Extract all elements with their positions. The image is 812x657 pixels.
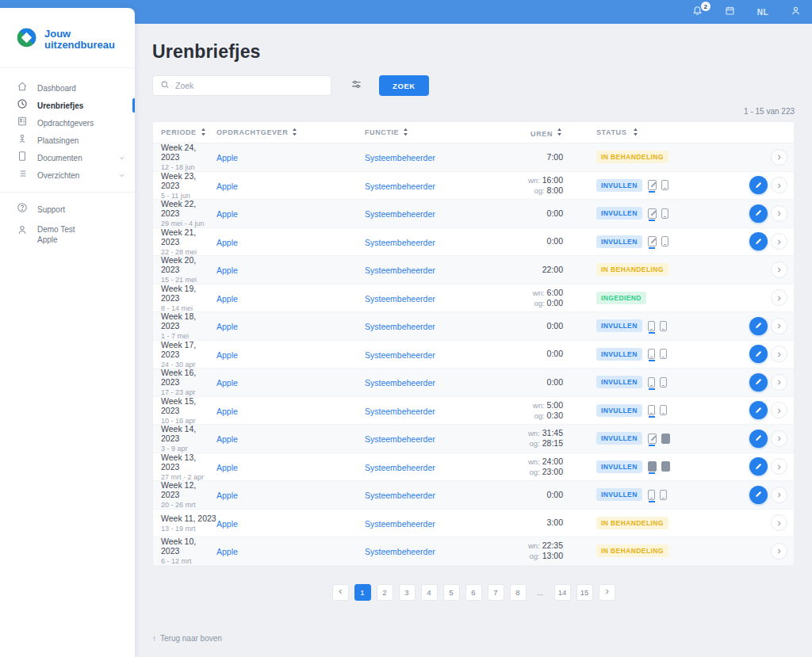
- function-link[interactable]: Systeembeheerder: [365, 463, 435, 472]
- open-row-button[interactable]: [771, 402, 787, 418]
- pagination-page-1[interactable]: 1: [354, 584, 371, 601]
- language-switcher[interactable]: NL: [757, 8, 768, 17]
- pagination-page-6[interactable]: 6: [465, 584, 482, 601]
- search-submit-button[interactable]: ZOEK: [379, 75, 429, 96]
- pagination-page-4[interactable]: 4: [421, 584, 438, 601]
- back-to-top-link[interactable]: ↑ Terug naar boven: [152, 634, 222, 643]
- account-button[interactable]: [791, 5, 801, 19]
- client-link[interactable]: Apple: [216, 153, 238, 162]
- calendar-button[interactable]: [725, 5, 735, 19]
- table-row[interactable]: Week 16, 202317 - 23 aprAppleSysteembehe…: [153, 369, 794, 397]
- sidebar-user[interactable]: Demo Test Apple: [0, 218, 135, 250]
- pagination-page-7[interactable]: 7: [488, 584, 504, 601]
- function-link[interactable]: Systeembeheerder: [365, 547, 435, 556]
- client-link[interactable]: Apple: [216, 350, 238, 360]
- edit-timesheet-button[interactable]: [749, 457, 768, 476]
- edit-timesheet-button[interactable]: [749, 317, 768, 335]
- client-link[interactable]: Apple: [216, 294, 238, 304]
- function-link[interactable]: Systeembeheerder: [365, 434, 435, 444]
- notifications-button[interactable]: 2: [692, 5, 703, 19]
- sidebar-item-overzichten[interactable]: Overzichten: [0, 166, 135, 184]
- search-input[interactable]: [175, 81, 324, 90]
- filter-button[interactable]: [346, 75, 366, 96]
- function-link[interactable]: Systeembeheerder: [365, 294, 435, 304]
- open-row-button[interactable]: [771, 346, 787, 362]
- client-link[interactable]: Apple: [216, 209, 238, 219]
- table-row[interactable]: Week 17, 202324 - 30 aprAppleSysteembehe…: [153, 341, 794, 369]
- open-row-button[interactable]: [771, 262, 787, 278]
- pagination-page-2[interactable]: 2: [377, 584, 393, 601]
- function-link[interactable]: Systeembeheerder: [365, 181, 435, 191]
- table-row[interactable]: Week 11, 202313 - 19 mrtAppleSysteembehe…: [153, 510, 794, 538]
- open-row-button[interactable]: [771, 514, 787, 531]
- function-link[interactable]: Systeembeheerder: [365, 265, 435, 275]
- function-link[interactable]: Systeembeheerder: [365, 378, 435, 388]
- sidebar-item-documenten[interactable]: Documenten: [0, 149, 135, 166]
- function-link[interactable]: Systeembeheerder: [365, 407, 435, 416]
- pagination-page-3[interactable]: 3: [399, 584, 416, 601]
- table-row[interactable]: Week 18, 20231 - 7 meiAppleSysteembeheer…: [153, 312, 794, 341]
- client-link[interactable]: Apple: [216, 519, 238, 529]
- open-row-button[interactable]: [771, 487, 787, 503]
- function-link[interactable]: Systeembeheerder: [365, 519, 435, 529]
- client-link[interactable]: Apple: [216, 463, 238, 472]
- edit-timesheet-button[interactable]: [749, 401, 768, 419]
- function-link[interactable]: Systeembeheerder: [365, 350, 435, 360]
- table-row[interactable]: Week 24, 202312 - 18 junAppleSysteembehe…: [153, 143, 794, 172]
- open-row-button[interactable]: [771, 205, 787, 222]
- function-link[interactable]: Systeembeheerder: [365, 491, 435, 500]
- table-row[interactable]: Week 10, 20236 - 12 mrtAppleSysteembehee…: [153, 537, 794, 566]
- client-link[interactable]: Apple: [216, 378, 238, 388]
- client-link[interactable]: Apple: [216, 265, 238, 275]
- open-row-button[interactable]: [771, 318, 787, 334]
- client-link[interactable]: Apple: [216, 407, 238, 416]
- table-row[interactable]: Week 23, 20235 - 11 junAppleSysteembehee…: [153, 172, 794, 201]
- function-link[interactable]: Systeembeheerder: [365, 209, 435, 219]
- pagination-page-14[interactable]: 14: [554, 584, 571, 601]
- column-header-uren[interactable]: UREN: [492, 128, 563, 138]
- table-row[interactable]: Week 13, 202327 mrt - 2 aprAppleSysteemb…: [153, 453, 794, 482]
- client-link[interactable]: Apple: [216, 181, 238, 191]
- edit-timesheet-button[interactable]: [749, 373, 768, 392]
- function-link[interactable]: Systeembeheerder: [365, 153, 435, 162]
- pagination-page-5[interactable]: 5: [443, 584, 460, 601]
- column-header-status[interactable]: STATUS: [563, 128, 794, 138]
- sidebar-item-plaatsingen[interactable]: Plaatsingen: [0, 132, 135, 149]
- column-header-periode[interactable]: PERIODE: [153, 128, 216, 138]
- sidebar-item-urenbriefjes[interactable]: Urenbriefjes: [0, 97, 135, 114]
- table-row[interactable]: Week 15, 202310 - 16 aprAppleSysteembehe…: [153, 397, 794, 426]
- open-row-button[interactable]: [771, 233, 787, 250]
- open-row-button[interactable]: [771, 430, 787, 447]
- table-row[interactable]: Week 12, 202320 - 26 mrtAppleSysteembehe…: [153, 481, 794, 510]
- edit-timesheet-button[interactable]: [749, 232, 768, 250]
- table-row[interactable]: Week 22, 202329 mei - 4 junAppleSysteemb…: [153, 200, 794, 228]
- open-row-button[interactable]: [771, 374, 787, 391]
- app-logo[interactable]: Jouw uitzendbureau: [0, 8, 135, 68]
- client-link[interactable]: Apple: [216, 491, 238, 500]
- table-row[interactable]: Week 21, 202322 - 28 meiAppleSysteembehe…: [153, 228, 794, 257]
- function-link[interactable]: Systeembeheerder: [365, 322, 435, 331]
- client-link[interactable]: Apple: [216, 547, 238, 556]
- table-row[interactable]: Week 19, 20238 - 14 meiAppleSysteembehee…: [153, 285, 794, 313]
- function-link[interactable]: Systeembeheerder: [365, 238, 435, 247]
- column-header-functie[interactable]: FUNCTIE: [365, 128, 492, 138]
- edit-timesheet-button[interactable]: [749, 204, 768, 223]
- pagination-page-15[interactable]: 15: [576, 584, 593, 601]
- open-row-button[interactable]: [771, 543, 787, 560]
- edit-timesheet-button[interactable]: [749, 430, 768, 448]
- sidebar-item-opdrachtgevers[interactable]: Opdrachtgevers: [0, 114, 135, 132]
- pagination-page-8[interactable]: 8: [510, 584, 527, 601]
- pagination-prev-button[interactable]: [332, 584, 349, 601]
- table-row[interactable]: Week 20, 202315 - 21 meiAppleSysteembehe…: [153, 256, 794, 285]
- open-row-button[interactable]: [771, 149, 787, 166]
- client-link[interactable]: Apple: [216, 322, 238, 331]
- open-row-button[interactable]: [771, 458, 787, 475]
- edit-timesheet-button[interactable]: [749, 345, 768, 363]
- edit-timesheet-button[interactable]: [749, 176, 768, 194]
- client-link[interactable]: Apple: [216, 434, 238, 444]
- sidebar-item-support[interactable]: Support: [0, 201, 135, 218]
- pagination-next-button[interactable]: [599, 584, 615, 601]
- open-row-button[interactable]: [771, 289, 787, 306]
- open-row-button[interactable]: [771, 177, 787, 193]
- client-link[interactable]: Apple: [216, 238, 238, 247]
